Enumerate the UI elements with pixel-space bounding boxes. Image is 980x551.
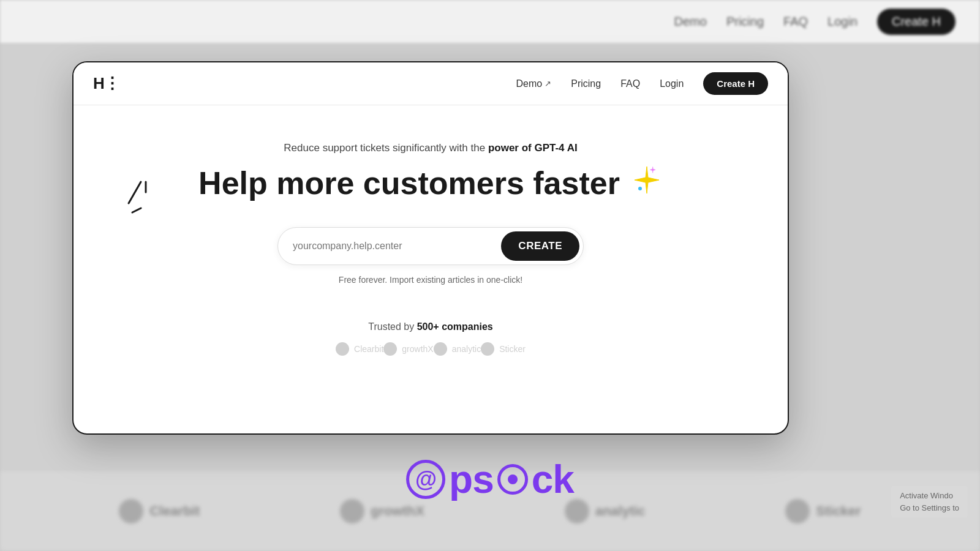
nav-pricing-link[interactable]: Pricing <box>571 78 601 89</box>
bg-nav-demo: Demo <box>674 15 707 29</box>
nav-login-link[interactable]: Login <box>660 78 684 89</box>
hero-headline: Help more customers faster <box>198 164 663 203</box>
nav-demo-link[interactable]: Demo ↗ <box>516 78 552 89</box>
deco-svg <box>123 179 159 216</box>
bg-logo-analytic: analytic <box>565 499 646 523</box>
svg-line-2 <box>132 208 141 212</box>
wl-label: growthX <box>402 344 433 354</box>
apsock-text-ck: ck <box>532 457 574 502</box>
trusted-text: Trusted by 500+ companies <box>299 321 562 332</box>
wl-label: analytic <box>452 344 481 354</box>
bg-nav-pricing: Pricing <box>726 15 764 29</box>
activate-line1: Activate Windo <box>900 490 959 502</box>
logo-dot: ⋮ <box>104 74 119 92</box>
bg-logo-label: growthX <box>371 503 424 519</box>
bg-nav-login: Login <box>827 15 858 29</box>
apsock-watermark: @ ps ck <box>406 457 574 502</box>
url-input-row: CREATE <box>277 227 584 265</box>
trusted-section: Trusted by 500+ companies Clearbit growt… <box>299 315 562 356</box>
browser-window: H⋮ Demo ↗ Pricing FAQ Login Create H <box>72 61 789 435</box>
bg-logo-circle <box>785 499 810 523</box>
hero-subtitle: Reduce support tickets significantly wit… <box>284 142 577 154</box>
logo-h-letter: H <box>93 74 104 92</box>
bg-create-button: Create H <box>877 9 956 35</box>
hero-section: Reduce support tickets significantly wit… <box>74 105 788 380</box>
nav-login-label: Login <box>660 78 684 89</box>
external-link-icon: ↗ <box>545 79 551 88</box>
bg-nav-faq: FAQ <box>783 15 808 29</box>
brand-logo: H⋮ <box>93 74 516 93</box>
inner-navbar: H⋮ Demo ↗ Pricing FAQ Login Create H <box>74 62 788 105</box>
wl-clearbit: Clearbit <box>336 342 383 356</box>
nav-pricing-label: Pricing <box>571 78 601 89</box>
bg-logo-clearbit: Clearbit <box>119 499 200 523</box>
nav-faq-label: FAQ <box>620 78 640 89</box>
svg-line-0 <box>129 182 141 203</box>
sparkle-icon <box>631 164 663 203</box>
wl-dot <box>383 342 397 356</box>
company-url-input[interactable] <box>293 241 501 252</box>
wl-label: Sticker <box>499 344 526 354</box>
bg-navbar: Demo Pricing FAQ Login Create H <box>0 0 980 43</box>
wl-sticker: Sticker <box>481 342 526 356</box>
activate-line2: Go to Settings to <box>900 502 959 514</box>
decorative-lines <box>123 179 159 216</box>
trusted-bold: 500+ companies <box>417 321 493 332</box>
apsock-at-symbol: @ <box>406 460 445 499</box>
nav-faq-link[interactable]: FAQ <box>620 78 640 89</box>
nav-create-button[interactable]: Create H <box>703 72 768 95</box>
subtitle-bold: power of GPT-4 AI <box>488 142 578 154</box>
bg-logo-circle <box>119 499 143 523</box>
wl-dot <box>434 342 447 356</box>
apsock-text-p: ps <box>449 457 494 502</box>
wl-growthx: growthX <box>383 342 433 356</box>
sparkle-svg <box>631 164 663 196</box>
bg-logo-circle <box>565 499 589 523</box>
wl-dot <box>336 342 349 356</box>
wl-dot <box>481 342 494 356</box>
bg-logo-growthx: growthX <box>340 499 424 523</box>
window-logos-row: Clearbit growthX analytic Sticker <box>299 342 562 356</box>
wl-analytic: analytic <box>434 342 481 356</box>
nav-links: Demo ↗ Pricing FAQ Login Create H <box>516 72 768 95</box>
create-button[interactable]: CREATE <box>501 231 579 261</box>
trusted-normal: Trusted by <box>368 321 417 332</box>
activate-windows-notice: Activate Windo Go to Settings to <box>891 486 968 517</box>
nav-demo-label: Demo <box>516 78 543 89</box>
svg-point-3 <box>638 187 642 190</box>
subtitle-normal: Reduce support tickets significantly wit… <box>284 142 488 154</box>
bg-logo-label: Clearbit <box>149 503 200 519</box>
headline-text: Help more customers faster <box>198 165 620 202</box>
bg-logo-label: Sticker <box>816 503 861 519</box>
apsock-disk-symbol <box>497 464 528 495</box>
bg-logo-label: analytic <box>595 503 646 519</box>
bg-logo-circle <box>340 499 364 523</box>
free-label: Free forever. Import existing articles i… <box>339 275 522 285</box>
bg-logo-sticker: Sticker <box>785 499 861 523</box>
wl-label: Clearbit <box>354 344 383 354</box>
